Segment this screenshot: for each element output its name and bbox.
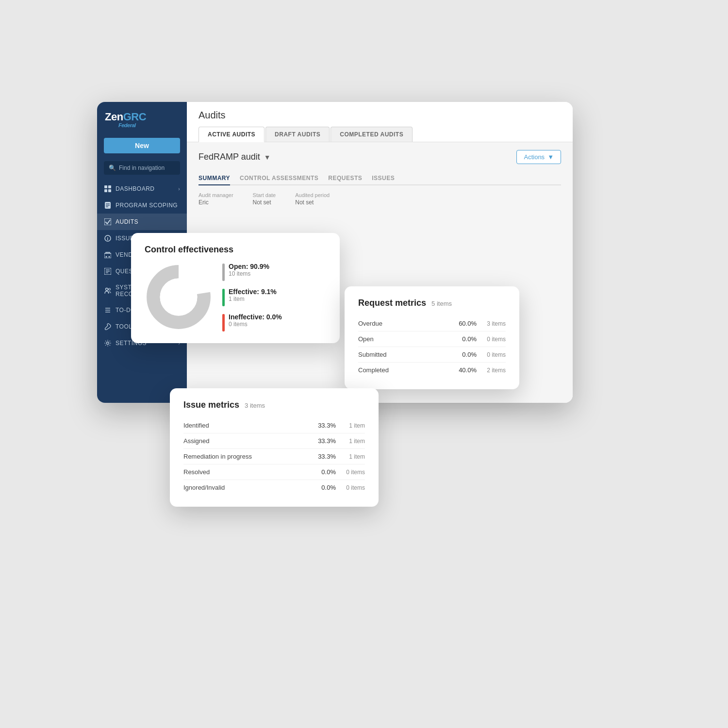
- im-pct-remediation: 33.3%: [307, 453, 336, 460]
- tab-draft-audits[interactable]: DRAFT AUDITS: [265, 127, 330, 142]
- meta-audited-period-label: Audited period: [295, 192, 330, 198]
- legend-sub-effective: 1 item: [229, 296, 277, 302]
- logo-federal: Federal: [118, 122, 179, 128]
- actions-button[interactable]: Actions ▼: [516, 150, 561, 164]
- im-row-identified: Identified 33.3% 1 item: [183, 418, 365, 433]
- list-icon: [104, 306, 112, 314]
- meta-start-date: Start date Not set: [253, 192, 276, 206]
- rm-items-overdue: 3 items: [477, 320, 506, 327]
- legend-label-effective: Effective: 9.1%: [229, 288, 277, 296]
- ce-legend: Open: 90.9% 10 items Effective: 9.1% 1 i…: [222, 263, 326, 331]
- rm-pct-submitted: 0.0%: [447, 351, 477, 358]
- rm-pct-overdue: 60.0%: [447, 320, 477, 327]
- svg-rect-11: [104, 253, 111, 258]
- search-icon: 🔍: [109, 165, 116, 171]
- meta-start-date-label: Start date: [253, 192, 276, 198]
- svg-point-26: [160, 279, 198, 316]
- meta-audit-manager: Audit manager Eric: [199, 192, 233, 206]
- legend-text-effective: Effective: 9.1% 1 item: [229, 288, 277, 302]
- actions-label: Actions: [524, 153, 545, 161]
- svg-text:i: i: [107, 236, 108, 241]
- im-label-ignored: Ignored/Invalid: [183, 484, 307, 491]
- page-title: Audits: [199, 110, 561, 121]
- tabs-bar: ACTIVE AUDITS DRAFT AUDITS COMPLETED AUD…: [199, 127, 561, 142]
- checkmark-icon: [104, 218, 112, 226]
- meta-audit-manager-label: Audit manager: [199, 192, 233, 198]
- im-pct-identified: 33.3%: [307, 422, 336, 429]
- sidebar-item-program-scoping[interactable]: PROGRAM SCOPING: [97, 197, 187, 214]
- card-request-metrics: Request metrics 5 items Overdue 60.0% 3 …: [345, 286, 519, 389]
- svg-rect-2: [104, 189, 107, 192]
- im-items-assigned: 1 item: [336, 438, 365, 445]
- audit-title-row: FedRAMP audit ▼ Actions ▼: [199, 150, 561, 164]
- vendor-icon: [104, 251, 112, 259]
- legend-bar-open: [222, 264, 225, 281]
- sidebar-item-dashboard[interactable]: DASHBOARD ›: [97, 181, 187, 197]
- rm-row-completed: Completed 40.0% 2 items: [358, 363, 506, 378]
- svg-point-18: [106, 288, 108, 291]
- wrench-icon: [104, 323, 112, 331]
- im-items-resolved: 0 items: [336, 469, 365, 476]
- im-pct-assigned: 33.3%: [307, 437, 336, 445]
- new-button[interactable]: New: [104, 138, 180, 153]
- im-label-resolved: Resolved: [183, 468, 307, 476]
- im-label-assigned: Assigned: [183, 437, 307, 445]
- sub-tab-issues[interactable]: ISSUES: [372, 172, 395, 185]
- rm-label-overdue: Overdue: [358, 320, 447, 327]
- legend-bar-ineffective: [222, 314, 225, 331]
- sidebar-item-audits[interactable]: AUDITS: [97, 214, 187, 230]
- im-row-resolved: Resolved 0.0% 0 items: [183, 464, 365, 480]
- logo-zen: Zen: [105, 111, 123, 123]
- search-placeholder: Find in navigation: [119, 165, 165, 171]
- rm-items-submitted: 0 items: [477, 351, 506, 358]
- legend-text-open: Open: 90.9% 10 items: [229, 263, 269, 277]
- svg-point-13: [109, 256, 110, 258]
- meta-audit-manager-value: Eric: [199, 199, 209, 206]
- tab-active-audits[interactable]: ACTIVE AUDITS: [199, 127, 265, 142]
- legend-item-effective: Effective: 9.1% 1 item: [222, 288, 326, 306]
- questionnaire-icon: [104, 267, 112, 275]
- im-items-remediation: 1 item: [336, 453, 365, 460]
- document-icon: [104, 201, 112, 209]
- card-rm-title: Request metrics 5 items: [358, 298, 506, 308]
- rm-total-count: 5 items: [431, 300, 452, 307]
- svg-rect-1: [108, 185, 111, 188]
- sub-tab-requests[interactable]: REQUESTS: [328, 172, 362, 185]
- tab-completed-audits[interactable]: COMPLETED AUDITS: [331, 127, 413, 142]
- im-row-ignored: Ignored/Invalid 0.0% 0 items: [183, 480, 365, 495]
- legend-label-ineffective: Ineffective: 0.0%: [229, 313, 282, 321]
- card-im-title: Issue metrics 3 items: [183, 400, 365, 410]
- logo-grc: GRC: [123, 111, 146, 123]
- gear-icon: [104, 339, 112, 347]
- svg-point-23: [107, 342, 109, 345]
- logo-area: ZenGRC Federal: [97, 102, 187, 133]
- logo: ZenGRC Federal: [105, 111, 179, 128]
- svg-point-19: [109, 288, 111, 290]
- rm-row-overdue: Overdue 60.0% 3 items: [358, 316, 506, 331]
- ce-content: Open: 90.9% 10 items Effective: 9.1% 1 i…: [145, 263, 326, 331]
- audit-title: FedRAMP audit ▼: [199, 152, 271, 162]
- dropdown-arrow-icon[interactable]: ▼: [264, 153, 271, 161]
- rm-row-open: Open 0.0% 0 items: [358, 331, 506, 347]
- pie-chart: [145, 263, 213, 331]
- meta-start-date-value: Not set: [253, 199, 271, 206]
- sub-tab-control-assessments[interactable]: CONTROL ASSESSMENTS: [240, 172, 318, 185]
- im-row-assigned: Assigned 33.3% 1 item: [183, 433, 365, 449]
- svg-rect-3: [108, 189, 111, 192]
- rm-label-submitted: Submitted: [358, 351, 447, 358]
- svg-rect-0: [104, 185, 107, 188]
- request-metrics-rows: Overdue 60.0% 3 items Open 0.0% 0 items …: [358, 316, 506, 378]
- im-label-identified: Identified: [183, 422, 307, 429]
- legend-label-open: Open: 90.9%: [229, 263, 269, 270]
- card-control-effectiveness: Control effectiveness: [131, 233, 340, 343]
- audit-name: FedRAMP audit: [199, 152, 260, 162]
- legend-item-ineffective: Ineffective: 0.0% 0 items: [222, 313, 326, 331]
- im-pct-resolved: 0.0%: [307, 468, 336, 476]
- sidebar-item-label: DASHBOARD: [116, 185, 155, 192]
- im-label-remediation: Remediation in progress: [183, 453, 307, 460]
- issue-metrics-rows: Identified 33.3% 1 item Assigned 33.3% 1…: [183, 418, 365, 495]
- im-row-remediation: Remediation in progress 33.3% 1 item: [183, 449, 365, 464]
- scene: ZenGRC Federal New 🔍 Find in navigation: [73, 73, 655, 655]
- sub-tab-summary[interactable]: SUMMARY: [199, 172, 230, 185]
- search-area[interactable]: 🔍 Find in navigation: [104, 161, 180, 175]
